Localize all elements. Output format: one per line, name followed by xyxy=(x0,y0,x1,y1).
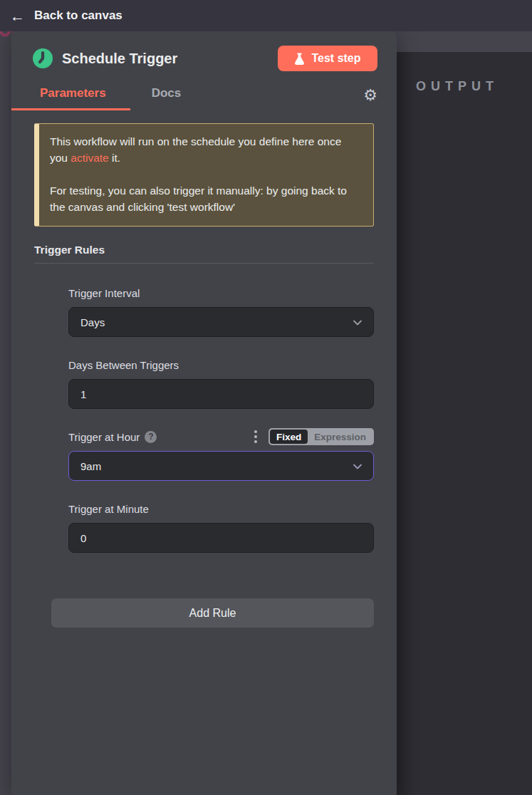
notice-text-end: it. xyxy=(109,152,120,164)
node-title: Schedule Trigger xyxy=(62,51,278,67)
panel-header: Schedule Trigger Test step xyxy=(11,28,397,73)
node-settings-gear-icon[interactable]: ⚙ xyxy=(363,88,377,110)
back-arrow-icon[interactable]: ← xyxy=(10,9,25,24)
toggle-expression[interactable]: Expression xyxy=(308,430,372,444)
activate-link[interactable]: activate xyxy=(71,152,108,164)
trigger-interval-field: Trigger Interval Days xyxy=(68,285,374,337)
flask-icon xyxy=(294,53,305,65)
tab-docs[interactable]: Docs xyxy=(152,86,182,110)
days-between-field: Days Between Triggers xyxy=(68,357,374,409)
trigger-rule-fields: Trigger Interval Days Days Between Trigg… xyxy=(34,285,374,553)
help-icon[interactable]: ? xyxy=(145,431,157,443)
node-settings-panel: Schedule Trigger Test step Parameters Do… xyxy=(11,28,397,795)
top-header-bar: ← Back to canvas xyxy=(0,0,532,31)
notice-paragraph-2: For testing, you can also trigger it man… xyxy=(50,182,362,215)
trigger-hour-field: Trigger at Hour ? Fixed Expression 9am xyxy=(68,429,374,481)
days-between-input[interactable] xyxy=(68,379,374,409)
tab-parameters[interactable]: Parameters xyxy=(40,86,106,110)
trigger-minute-label: Trigger at Minute xyxy=(68,503,149,515)
parameter-options-kebab-icon[interactable] xyxy=(253,429,259,445)
days-between-label: Days Between Triggers xyxy=(68,359,179,371)
trigger-interval-value: Days xyxy=(80,316,105,328)
chevron-down-icon xyxy=(352,317,363,328)
trigger-hour-select[interactable]: 9am xyxy=(68,451,374,481)
fixed-expression-toggle: Fixed Expression xyxy=(268,428,374,445)
trigger-rules-section-title: Trigger Rules xyxy=(34,244,374,264)
chevron-down-icon xyxy=(352,461,363,472)
schedule-notice-callout: This workflow will run on the schedule y… xyxy=(34,123,374,227)
output-pane: OUTPUT xyxy=(397,52,532,795)
test-step-button[interactable]: Test step xyxy=(278,46,377,71)
schedule-trigger-clock-icon xyxy=(33,48,53,68)
trigger-minute-field: Trigger at Minute xyxy=(68,501,374,553)
output-pane-title: OUTPUT xyxy=(416,79,499,94)
tabs-bar: Parameters Docs ⚙ xyxy=(11,73,397,110)
trigger-interval-label: Trigger Interval xyxy=(68,287,140,299)
trigger-hour-label: Trigger at Hour xyxy=(68,431,140,443)
add-rule-button[interactable]: Add Rule xyxy=(51,598,374,628)
back-to-canvas-button[interactable]: Back to canvas xyxy=(34,9,122,23)
trigger-hour-value: 9am xyxy=(80,460,101,472)
parameters-pane: This workflow will run on the schedule y… xyxy=(11,110,397,628)
trigger-minute-input[interactable] xyxy=(68,523,374,553)
trigger-interval-select[interactable]: Days xyxy=(68,307,374,337)
toggle-fixed[interactable]: Fixed xyxy=(270,430,308,444)
test-step-label: Test step xyxy=(311,52,360,65)
active-tab-underline xyxy=(11,108,130,110)
notice-paragraph-1: This workflow will run on the schedule y… xyxy=(50,133,362,166)
